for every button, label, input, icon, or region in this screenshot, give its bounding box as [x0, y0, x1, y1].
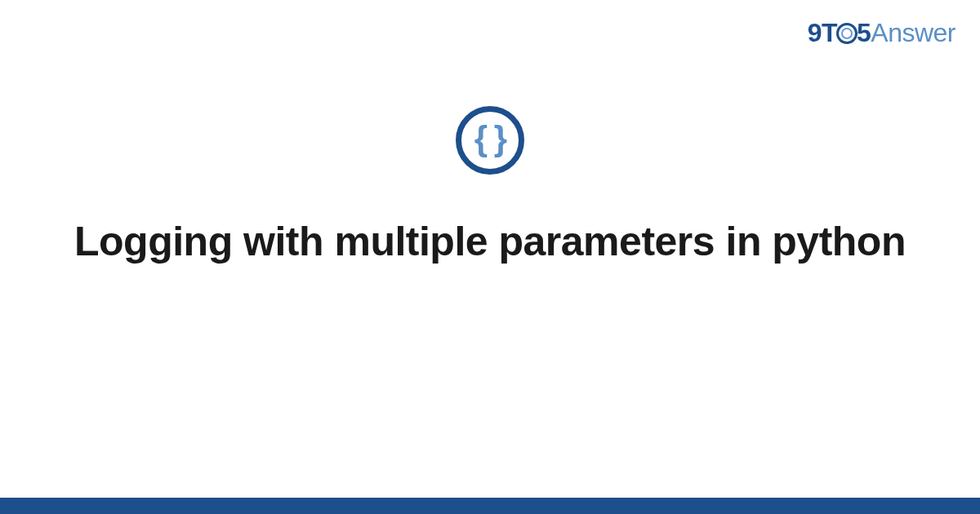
clock-o-icon [836, 23, 858, 44]
page-title: Logging with multiple parameters in pyth… [74, 217, 906, 267]
logo-text-9t: 9T [808, 18, 837, 47]
logo-text-answer: Answer [871, 18, 956, 47]
site-logo: 9T5Answer [808, 18, 956, 48]
logo-text-5: 5 [857, 18, 871, 47]
footer-bar [0, 498, 980, 514]
code-braces-icon: { } [456, 106, 524, 175]
braces-glyph: { } [474, 122, 506, 156]
hero-block: { } Logging with multiple parameters in … [0, 106, 980, 267]
